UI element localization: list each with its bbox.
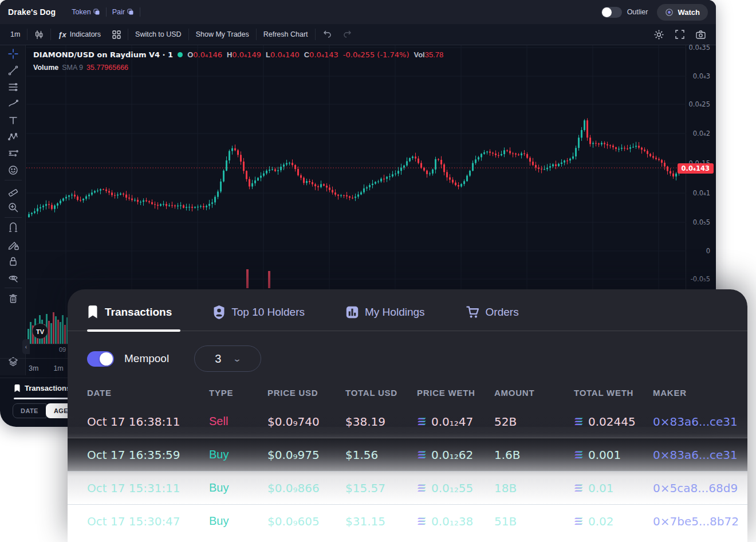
- tool-ruler[interactable]: [4, 182, 22, 199]
- tool-crosshair[interactable]: [4, 45, 22, 62]
- tx-total-weth: 0.001: [574, 448, 653, 462]
- solana-icon: [417, 484, 427, 492]
- tx-price-weth: 0.0₁₂62: [417, 448, 494, 462]
- fullscreen-button[interactable]: [670, 30, 690, 39]
- outlier-toggle[interactable]: [601, 7, 622, 18]
- redo-button[interactable]: [337, 30, 358, 38]
- interval-button[interactable]: 1m: [5, 30, 26, 38]
- layout-grid-button[interactable]: [107, 30, 127, 39]
- transaction-row[interactable]: Oct 17 15:30:47Buy$0.0₉605$31.15 0.0₁₂38…: [68, 504, 747, 537]
- copy-pair-button[interactable]: Pair: [112, 8, 134, 16]
- price-change: -0.0₆255 (-1.74%): [343, 50, 410, 59]
- watch-button[interactable]: Watch: [657, 4, 708, 21]
- tx-price-usd: $0.0₉866: [267, 481, 345, 495]
- holder-badge-icon: [213, 305, 225, 319]
- axis-label: 0: [706, 247, 710, 255]
- tab-transactions[interactable]: Transactions: [87, 305, 172, 319]
- transaction-row[interactable]: Oct 17 15:31:11Buy$0.0₉866$15.57 0.0₁₂55…: [68, 471, 747, 504]
- col-total-weth[interactable]: TOTAL WETH: [574, 388, 653, 398]
- last-price-tag: 0.0₄143: [678, 163, 714, 174]
- tx-type: Buy: [209, 448, 267, 461]
- tx-amount: 1.6B: [494, 448, 574, 462]
- tx-date: Oct 17 15:31:11: [87, 481, 209, 495]
- candlestick-icon: [34, 30, 44, 40]
- chart-legend: DIAMOND/USD on Raydium V4 · 1 O0.0₄146 H…: [33, 50, 443, 59]
- screenshot-button[interactable]: [690, 30, 711, 39]
- switch-to-usd-button[interactable]: Switch to USD: [129, 30, 187, 38]
- tx-price-weth: 0.0₁₂55: [417, 481, 494, 495]
- tool-xabcd-pattern[interactable]: [4, 128, 22, 145]
- trend-line-icon: [7, 65, 19, 76]
- col-date[interactable]: DATE: [87, 388, 209, 398]
- tx-total-weth: 0.02: [574, 514, 653, 528]
- solana-icon: [574, 517, 584, 525]
- axis-label: 0.0₄1: [693, 189, 710, 197]
- timeframe-1m[interactable]: 1m: [53, 364, 63, 372]
- undo-icon: [322, 30, 332, 38]
- tx-maker-link[interactable]: 0×5ca8...68d9: [653, 481, 738, 495]
- show-my-trades-button[interactable]: Show My Trades: [190, 30, 255, 38]
- copy-icon: [93, 9, 100, 15]
- status-dot-icon: [178, 52, 183, 57]
- volume-indicator-legend: Volume SMA 9 35.77965666: [33, 64, 128, 72]
- tx-maker-link[interactable]: 0×7be5...8b72: [653, 514, 739, 528]
- tool-hide-drawings[interactable]: [4, 269, 22, 286]
- tx-maker-link[interactable]: 0×83a6...ce31: [653, 415, 738, 429]
- tool-emoji[interactable]: [4, 162, 22, 178]
- axis-label: 0.0₅5: [693, 218, 710, 226]
- col-maker[interactable]: MAKER: [653, 388, 728, 398]
- tool-long-position[interactable]: [4, 145, 22, 162]
- tool-zoom-in[interactable]: [4, 199, 22, 215]
- col-type[interactable]: TYPE: [209, 388, 267, 398]
- timeframe-3m[interactable]: 3m: [29, 364, 38, 372]
- tx-maker-link[interactable]: 0×83a6...ce31: [653, 448, 738, 462]
- col-total-usd[interactable]: TOTAL USD: [345, 388, 417, 398]
- transactions-tab-small[interactable]: Transactions: [14, 384, 70, 392]
- tx-amount: 52B: [494, 415, 574, 429]
- indicators-button[interactable]: ƒx Indicators: [52, 30, 107, 39]
- tool-remove-drawings[interactable]: [4, 290, 22, 307]
- divider: [5, 180, 22, 180]
- tool-draw-lock[interactable]: [4, 236, 22, 253]
- camera-icon: [696, 30, 706, 39]
- fx-icon: ƒx: [58, 30, 66, 39]
- eye-icon: [665, 8, 674, 17]
- candlestick-style-button[interactable]: [29, 30, 49, 40]
- transaction-row[interactable]: Oct 17 16:35:59Buy$0.0₉975$1.56 0.0₁₂621…: [68, 438, 747, 471]
- refresh-chart-button[interactable]: Refresh Chart: [258, 30, 314, 38]
- solana-icon: [574, 418, 584, 426]
- tab-orders[interactable]: Orders: [466, 306, 519, 319]
- settings-button[interactable]: [648, 30, 670, 40]
- col-price-usd[interactable]: PRICE USD: [267, 388, 345, 398]
- tool-brush[interactable]: [4, 95, 22, 112]
- pair-title: DIAMOND/USD on Raydium V4 · 1: [33, 50, 173, 59]
- tool-lock[interactable]: [4, 253, 22, 269]
- copy-token-button[interactable]: Token: [72, 8, 100, 16]
- tool-text[interactable]: [4, 112, 22, 128]
- tx-price-usd: $0.0₉975: [267, 448, 345, 462]
- mempool-toggle[interactable]: [87, 351, 114, 367]
- drawing-toolbar: [0, 45, 26, 375]
- tool-trend-line[interactable]: [4, 62, 22, 78]
- tx-total-usd: $31.15: [345, 514, 417, 528]
- long-position-icon: [7, 148, 19, 159]
- tx-type: Buy: [209, 514, 267, 528]
- tx-amount: 18B: [494, 481, 574, 495]
- col-price-weth[interactable]: PRICE WETH: [417, 388, 494, 398]
- tab-my-holdings[interactable]: My Holdings: [346, 306, 425, 319]
- tx-price-weth: 0.0₁₂38: [417, 514, 494, 528]
- tx-total-weth: 0.01: [574, 481, 653, 495]
- transaction-row[interactable]: Oct 17 16:38:11Sell$0.0₉740$38.19 0.0₁₂4…: [68, 405, 747, 438]
- date-toggle-button[interactable]: DATE: [13, 403, 46, 418]
- tab-top-10-holders[interactable]: Top 10 Holders: [213, 305, 305, 319]
- collapse-sidebar-button[interactable]: ‹: [22, 339, 30, 354]
- col-amount[interactable]: AMOUNT: [494, 388, 574, 398]
- undo-button[interactable]: [317, 30, 337, 38]
- copy-icon: [127, 9, 134, 15]
- tx-amount: 51B: [494, 514, 574, 528]
- tool-magnet[interactable]: [4, 219, 22, 236]
- mempool-count-dropdown[interactable]: 3 ⌄: [194, 345, 261, 372]
- transactions-table: Oct 17 16:38:11Sell$0.0₉740$38.19 0.0₁₂4…: [68, 405, 747, 537]
- axis-label: 0.0₄3: [693, 72, 710, 80]
- tool-fib-retracement[interactable]: [4, 78, 22, 95]
